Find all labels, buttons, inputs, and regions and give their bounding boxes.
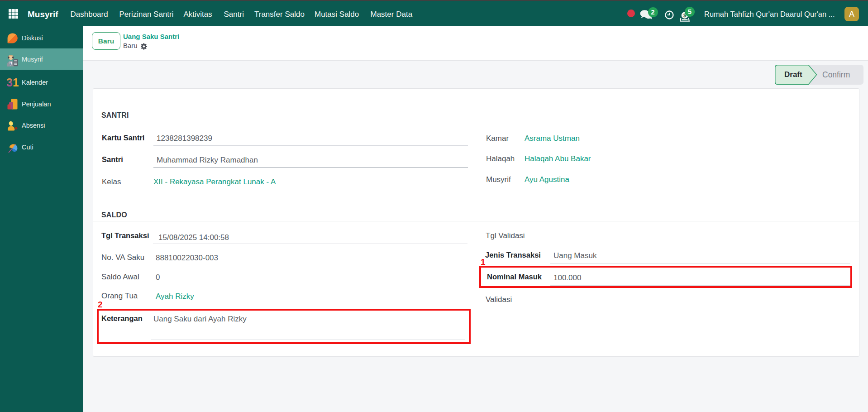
svg-text:3: 3 xyxy=(7,77,13,87)
svg-text:1: 1 xyxy=(13,77,19,87)
